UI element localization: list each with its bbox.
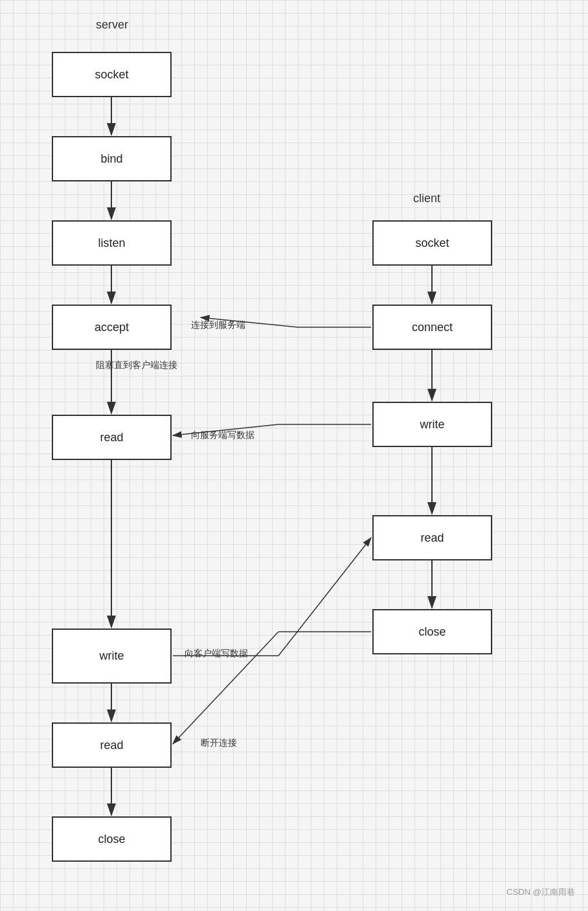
srv-read2-box: read bbox=[52, 722, 172, 768]
ann-connect: 连接到服务端 bbox=[191, 319, 245, 331]
ann-write-server: 向服务端写数据 bbox=[191, 430, 254, 441]
cli-write-box: write bbox=[372, 402, 492, 447]
cli-read-label: read bbox=[420, 531, 444, 545]
srv-bind-label: bind bbox=[100, 152, 122, 166]
srv-write-label: write bbox=[99, 649, 124, 663]
cli-socket-box: socket bbox=[372, 220, 492, 266]
cli-connect-box: connect bbox=[372, 305, 492, 350]
client-label: client bbox=[413, 192, 440, 205]
diagram-container: server client socket bind listen accept … bbox=[0, 0, 588, 911]
srv-socket-box: socket bbox=[52, 52, 172, 97]
watermark: CSDN @江南雨巷 bbox=[506, 886, 575, 898]
ann-block: 阻塞直到客户端连接 bbox=[96, 360, 177, 371]
cli-close-box: close bbox=[372, 609, 492, 654]
cli-read-box: read bbox=[372, 515, 492, 560]
srv-read-box: read bbox=[52, 415, 172, 460]
cli-write-label: write bbox=[420, 418, 444, 432]
srv-read2-label: read bbox=[100, 739, 123, 752]
ann-disconnect: 断开连接 bbox=[201, 737, 237, 749]
srv-accept-box: accept bbox=[52, 305, 172, 350]
srv-write-box: write bbox=[52, 628, 172, 684]
ann-write-client: 向客户端写数据 bbox=[185, 648, 248, 660]
srv-socket-label: socket bbox=[95, 68, 128, 82]
srv-close-box: close bbox=[52, 816, 172, 862]
srv-close-label: close bbox=[98, 833, 125, 846]
server-label: server bbox=[96, 18, 128, 32]
cli-socket-label: socket bbox=[415, 236, 449, 250]
srv-listen-label: listen bbox=[98, 236, 125, 250]
srv-read-label: read bbox=[100, 431, 123, 444]
cli-connect-label: connect bbox=[412, 321, 453, 334]
srv-listen-box: listen bbox=[52, 220, 172, 266]
cli-close-label: close bbox=[418, 625, 446, 639]
srv-bind-box: bind bbox=[52, 136, 172, 181]
srv-accept-label: accept bbox=[95, 321, 129, 334]
